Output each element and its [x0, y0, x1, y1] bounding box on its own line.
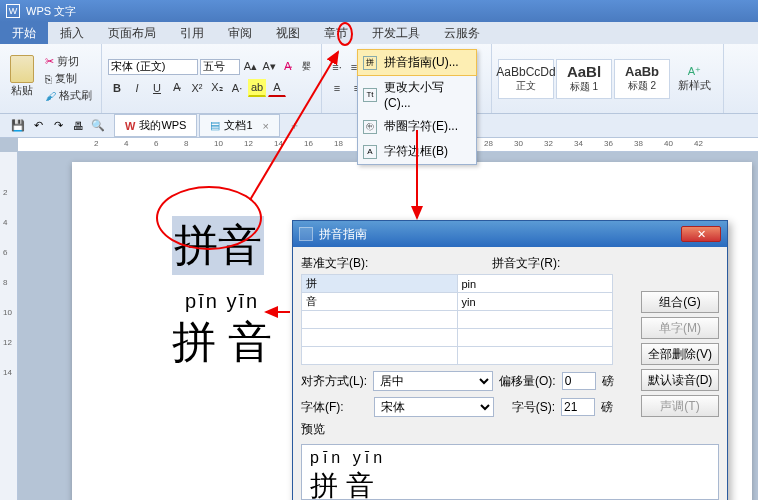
close-tab-icon[interactable]: ×: [263, 120, 269, 132]
doc1-tab[interactable]: ▤文档1×: [199, 114, 280, 137]
font-select-dlg[interactable]: 宋体: [374, 397, 494, 417]
dialog-close-button[interactable]: ✕: [681, 226, 721, 242]
shrink-font-button[interactable]: A▾: [261, 58, 278, 76]
bold-button[interactable]: B: [108, 79, 126, 97]
dropdown-item[interactable]: Tt更改大小写(C)...: [358, 75, 476, 114]
grow-font-button[interactable]: A▴: [242, 58, 259, 76]
wps-home-tab[interactable]: W我的WPS: [114, 114, 197, 137]
ruler-vertical[interactable]: 2468101214: [0, 152, 18, 500]
ruler-h-mark: 34: [574, 139, 583, 148]
dialog-icon: [299, 227, 313, 241]
tab-cloud[interactable]: 云服务: [432, 22, 492, 44]
dropdown-item[interactable]: 拼拼音指南(U)...: [357, 49, 477, 76]
paste-label: 粘贴: [11, 83, 33, 98]
grid-ruby-cell[interactable]: yin: [457, 293, 613, 311]
grid-ruby-cell[interactable]: [457, 329, 613, 347]
grid-ruby-cell[interactable]: [457, 347, 613, 365]
default-tone-button[interactable]: 默认读音(D): [641, 369, 719, 391]
qat-save-button[interactable]: 💾: [10, 118, 26, 134]
dropdown-item[interactable]: A字符边框(B): [358, 139, 476, 164]
font-name-select[interactable]: [108, 59, 198, 75]
ruler-h-mark: 6: [154, 139, 158, 148]
ruby-text-label: 拼音文字(R):: [492, 255, 560, 272]
qat-undo-button[interactable]: ↶: [30, 118, 46, 134]
grid-base-cell[interactable]: [302, 347, 458, 365]
highlight-button[interactable]: ab: [248, 79, 266, 97]
bullets-button[interactable]: ≡·: [328, 58, 346, 76]
font-group: A▴ A▾ A̶ 婴 B I U A̶ X² X₂ A· ab A: [102, 44, 322, 113]
tab-start[interactable]: 开始: [0, 22, 48, 44]
ruler-h-mark: 30: [514, 139, 523, 148]
clear-format-button[interactable]: A̶: [280, 58, 297, 76]
style-heading2[interactable]: AaBb标题 2: [614, 59, 670, 99]
offset-unit: 磅: [602, 373, 614, 390]
qat-preview-button[interactable]: 🔍: [90, 118, 106, 134]
strike-button[interactable]: A̶: [168, 79, 186, 97]
size-label: 字号(S):: [512, 399, 555, 416]
align-select[interactable]: 居中: [373, 371, 493, 391]
preview-box: pīn yīn 拼 音: [301, 444, 719, 500]
ruler-v-mark: 12: [3, 338, 12, 347]
superscript-button[interactable]: X²: [188, 79, 206, 97]
tab-insert[interactable]: 插入: [48, 22, 96, 44]
pinyin-base: 拼 音: [172, 313, 272, 372]
ruler-h-mark: 4: [124, 139, 128, 148]
qat-redo-button[interactable]: ↷: [50, 118, 66, 134]
new-style-button[interactable]: A⁺ 新样式: [672, 63, 717, 95]
align-left-button[interactable]: ≡: [328, 79, 346, 97]
grid-ruby-cell[interactable]: pin: [457, 275, 613, 293]
ruler-h-mark: 12: [244, 139, 253, 148]
clear-all-button[interactable]: 全部删除(V): [641, 343, 719, 365]
offset-label: 偏移量(O):: [499, 373, 556, 390]
style-normal[interactable]: AaBbCcDd正文: [498, 59, 554, 99]
grid-base-cell[interactable]: [302, 329, 458, 347]
tab-review[interactable]: 审阅: [216, 22, 264, 44]
selected-text[interactable]: 拼音: [172, 216, 264, 275]
grid-base-cell[interactable]: [302, 311, 458, 329]
tab-layout[interactable]: 页面布局: [96, 22, 168, 44]
preview-base: 拼 音: [310, 467, 710, 500]
underline-button[interactable]: U: [148, 79, 166, 97]
pinyin-grid[interactable]: 拼pin音yin: [301, 274, 613, 365]
dialog-title: 拼音指南: [319, 226, 367, 243]
tab-reference[interactable]: 引用: [168, 22, 216, 44]
style-heading1[interactable]: AaBl标题 1: [556, 59, 612, 99]
text-effect-button[interactable]: A·: [228, 79, 246, 97]
ruler-h-mark: 18: [334, 139, 343, 148]
styles-group: AaBbCcDd正文 AaBl标题 1 AaBb标题 2 A⁺ 新样式: [492, 44, 724, 113]
tab-view[interactable]: 视图: [264, 22, 312, 44]
subscript-button[interactable]: X₂: [208, 79, 226, 97]
font-color-button[interactable]: A: [268, 79, 286, 97]
dropdown-item-label: 更改大小写(C)...: [384, 79, 470, 110]
phonetic-dropdown: 拼拼音指南(U)...Tt更改大小写(C)...㊥带圈字符(E)...A字符边框…: [357, 49, 477, 165]
copy-button[interactable]: ⎘复制: [42, 70, 95, 87]
offset-input[interactable]: [562, 372, 596, 390]
font-label: 字体(F):: [301, 399, 344, 416]
scissors-icon: ✂: [45, 55, 54, 68]
font-size-select[interactable]: [200, 59, 240, 75]
tab-dev[interactable]: 开发工具: [360, 22, 432, 44]
format-painter-button[interactable]: 🖌格式刷: [42, 87, 95, 104]
ruler-v-mark: 14: [3, 368, 12, 377]
ruler-h-mark: 10: [214, 139, 223, 148]
italic-button[interactable]: I: [128, 79, 146, 97]
size-input[interactable]: [561, 398, 595, 416]
grid-base-cell[interactable]: 拼: [302, 275, 458, 293]
title-bar: W WPS 文字: [0, 0, 758, 22]
paste-button[interactable]: 粘贴: [6, 53, 38, 104]
paste-icon: [10, 55, 34, 83]
combine-button[interactable]: 组合(G): [641, 291, 719, 313]
cut-button[interactable]: ✂剪切: [42, 53, 95, 70]
grid-ruby-cell[interactable]: [457, 311, 613, 329]
qat-print-button[interactable]: 🖶: [70, 118, 86, 134]
ruler-v-mark: 8: [3, 278, 7, 287]
dialog-titlebar[interactable]: 拼音指南 ✕: [293, 221, 727, 247]
phonetic-guide-button[interactable]: 婴: [298, 58, 315, 76]
brush-icon: 🖌: [45, 90, 56, 102]
dropdown-item[interactable]: ㊥带圈字符(E)...: [358, 114, 476, 139]
pinyin-ruby: pīn yīn: [172, 290, 272, 313]
grid-base-cell[interactable]: 音: [302, 293, 458, 311]
new-tab-button[interactable]: ＋: [286, 118, 302, 134]
ruler-h-mark: 2: [94, 139, 98, 148]
tab-section[interactable]: 章节: [312, 22, 360, 44]
